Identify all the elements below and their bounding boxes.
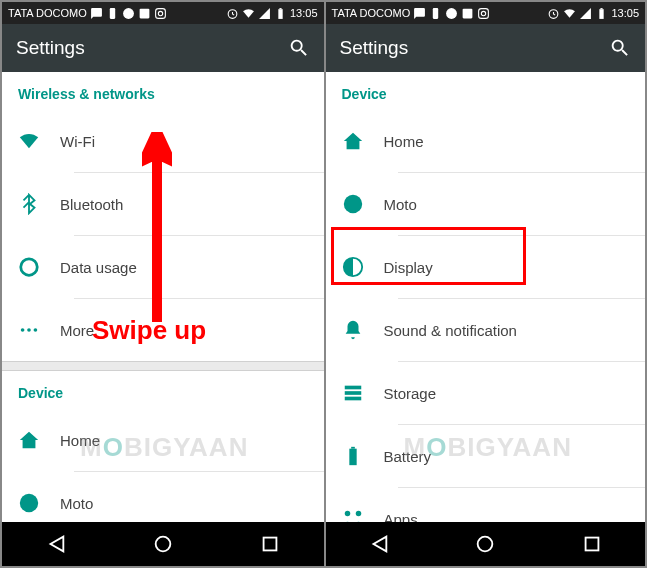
svg-rect-0 (110, 8, 115, 19)
bell-icon (342, 319, 384, 341)
moto-icon (342, 193, 384, 215)
page-title: Settings (16, 37, 85, 59)
svg-rect-18 (479, 8, 489, 18)
row-more[interactable]: More (2, 299, 324, 361)
svg-point-11 (34, 328, 38, 332)
wifi-status-icon (242, 7, 255, 20)
row-home[interactable]: Home (2, 409, 324, 471)
row-label: Bluetooth (60, 196, 123, 213)
row-label: Sound & notification (384, 322, 517, 339)
more-icon (18, 319, 60, 341)
row-moto[interactable]: Moto (2, 472, 324, 522)
whatsapp-icon (445, 7, 458, 20)
svg-rect-7 (279, 8, 281, 9)
row-label: More (60, 322, 94, 339)
svg-rect-27 (344, 397, 361, 401)
search-icon[interactable] (609, 37, 631, 59)
nav-bar (2, 522, 324, 566)
home-button[interactable] (455, 522, 515, 566)
moto-icon (18, 492, 60, 514)
row-wifi[interactable]: Wi-Fi (2, 110, 324, 172)
row-label: Home (60, 432, 100, 449)
recents-button[interactable] (562, 522, 622, 566)
row-label: Display (384, 259, 433, 276)
sms-icon (413, 7, 426, 20)
section-device: Device (326, 72, 646, 110)
svg-rect-14 (263, 538, 276, 551)
data-usage-icon (18, 256, 60, 278)
svg-rect-28 (349, 449, 356, 466)
clock-label: 13:05 (290, 7, 318, 19)
storage-icon (342, 382, 384, 404)
row-label: Apps (384, 511, 418, 523)
battery-icon (274, 7, 287, 20)
back-button[interactable] (349, 522, 409, 566)
back-button[interactable] (26, 522, 86, 566)
row-moto[interactable]: Moto (326, 173, 646, 235)
whatsapp-icon (122, 7, 135, 20)
svg-point-12 (20, 494, 38, 512)
search-icon[interactable] (288, 37, 310, 59)
row-home[interactable]: Home (326, 110, 646, 172)
svg-rect-26 (344, 391, 361, 395)
left-phone: TATA DOCOMO 13:05 Settings Wireless & ne… (2, 2, 324, 566)
battery-icon (342, 445, 384, 467)
home-button[interactable] (133, 522, 193, 566)
home-icon (18, 429, 60, 451)
instagram-icon (477, 7, 490, 20)
row-data-usage[interactable]: Data usage (2, 236, 324, 298)
row-sound[interactable]: Sound & notification (326, 299, 646, 361)
phone-icon (429, 7, 442, 20)
image-icon (138, 7, 151, 20)
svg-rect-6 (278, 9, 282, 19)
row-label: Storage (384, 385, 437, 402)
svg-point-31 (355, 511, 361, 517)
row-label: Moto (60, 495, 93, 512)
page-title: Settings (340, 37, 409, 59)
clock-label: 13:05 (611, 7, 639, 19)
row-label: Battery (384, 448, 432, 465)
svg-point-10 (27, 328, 31, 332)
wifi-icon (18, 130, 60, 152)
svg-rect-17 (463, 8, 473, 18)
signal-icon (579, 7, 592, 20)
recents-button[interactable] (240, 522, 300, 566)
app-bar: Settings (2, 24, 324, 72)
signal-icon (258, 7, 271, 20)
svg-point-1 (123, 8, 134, 19)
row-label: Data usage (60, 259, 137, 276)
svg-point-4 (158, 11, 162, 15)
section-wireless: Wireless & networks (2, 72, 324, 110)
row-label: Moto (384, 196, 417, 213)
svg-point-8 (21, 259, 38, 276)
settings-list[interactable]: Device Home Moto Display Sound & notific… (326, 72, 646, 522)
section-divider (2, 361, 324, 371)
svg-rect-25 (344, 386, 361, 390)
row-display[interactable]: Display (326, 236, 646, 298)
image-icon (461, 7, 474, 20)
svg-rect-29 (351, 447, 355, 449)
carrier-label: TATA DOCOMO (8, 7, 87, 19)
battery-icon (595, 7, 608, 20)
row-apps[interactable]: Apps (326, 488, 646, 522)
row-label: Home (384, 133, 424, 150)
row-storage[interactable]: Storage (326, 362, 646, 424)
svg-rect-3 (155, 8, 165, 18)
display-icon (342, 256, 384, 278)
status-bar: TATA DOCOMO 13:05 (2, 2, 324, 24)
app-bar: Settings (326, 24, 646, 72)
settings-list[interactable]: Wireless & networks Wi-Fi Bluetooth Data… (2, 72, 324, 522)
svg-point-16 (446, 8, 457, 19)
svg-rect-35 (585, 538, 598, 551)
svg-point-23 (343, 195, 361, 213)
row-battery[interactable]: Battery (326, 425, 646, 487)
section-device: Device (2, 371, 324, 409)
svg-rect-2 (139, 8, 149, 18)
svg-rect-22 (601, 8, 603, 9)
instagram-icon (154, 7, 167, 20)
nav-bar (326, 522, 646, 566)
row-bluetooth[interactable]: Bluetooth (2, 173, 324, 235)
svg-point-34 (478, 537, 493, 552)
alarm-icon (547, 7, 560, 20)
right-phone: TATA DOCOMO 13:05 Settings Device Home M… (324, 2, 646, 566)
